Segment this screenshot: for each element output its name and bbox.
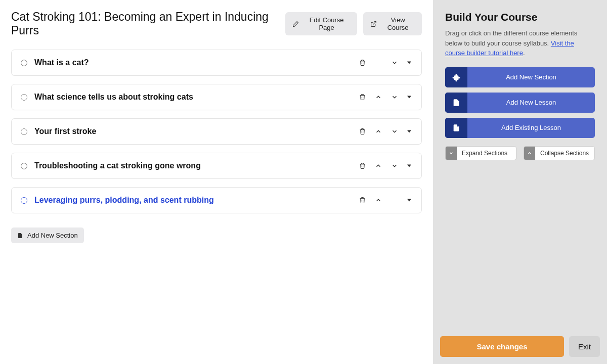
sidebar-footer: Save changes Exit (433, 336, 607, 364)
section-title: What science tells us about stroking cat… (34, 93, 358, 102)
section-title: Your first stroke (34, 127, 358, 136)
view-course-button[interactable]: View Course (363, 12, 422, 35)
section-card[interactable]: What is a cat? (11, 50, 422, 76)
radio-icon[interactable] (21, 163, 27, 169)
chevron-down-icon[interactable] (390, 93, 399, 102)
document-icon (17, 232, 23, 239)
trash-icon[interactable] (358, 127, 367, 136)
chevron-down-icon[interactable] (390, 127, 399, 136)
header: Cat Stroking 101: Becoming an Expert in … (11, 10, 422, 37)
collapse-label: Collapse Sections (535, 147, 594, 160)
trash-icon[interactable] (358, 161, 367, 170)
chevron-up-icon[interactable] (374, 127, 383, 136)
expand-collapse-row: Expand Sections Collapse Sections (445, 146, 595, 160)
chevron-up-icon[interactable] (374, 161, 383, 170)
edit-course-page-button[interactable]: Edit Course Page (285, 12, 357, 35)
add-new-lesson-big-button[interactable]: Add New Lesson (445, 93, 595, 113)
section-card[interactable]: Leveraging purrs, plodding, and scent ru… (11, 187, 422, 213)
section-card[interactable]: Troubleshooting a cat stroking gone wron… (11, 153, 422, 179)
sidebar-title: Build Your Course (445, 11, 595, 23)
section-actions (358, 196, 412, 205)
add-section-label: Add New Section (27, 232, 78, 239)
page-icon (445, 93, 467, 113)
chevron-down-icon (446, 147, 457, 160)
sidebar-content: Build Your Course Drag or click on the d… (433, 0, 607, 336)
caret-down-icon[interactable] (406, 163, 412, 169)
svg-line-0 (373, 21, 376, 24)
sidebar-description: Drag or click on the different course el… (445, 28, 595, 58)
radio-icon[interactable] (21, 128, 27, 135)
caret-down-icon[interactable] (406, 128, 412, 134)
big-button-label: Add New Section (467, 67, 595, 87)
expand-label: Expand Sections (457, 147, 512, 160)
expand-sections-button[interactable]: Expand Sections (445, 146, 516, 160)
puzzle-icon (445, 67, 467, 87)
caret-down-icon[interactable] (406, 197, 412, 203)
caret-down-icon[interactable] (406, 60, 412, 66)
main-column: Cat Stroking 101: Becoming an Expert in … (0, 0, 433, 364)
chevron-up-icon (524, 147, 535, 160)
exit-button[interactable]: Exit (569, 336, 600, 357)
chevron-down-icon[interactable] (390, 58, 399, 67)
edit-button-label: Edit Course Page (303, 16, 350, 31)
radio-icon[interactable] (21, 94, 27, 101)
save-changes-button[interactable]: Save changes (440, 336, 564, 357)
section-actions (358, 58, 412, 67)
section-actions (358, 93, 412, 102)
big-button-label: Add New Lesson (467, 93, 595, 113)
add-new-section-big-button[interactable]: Add New Section (445, 67, 595, 87)
sections-list: What is a cat?What science tells us abou… (11, 50, 422, 213)
section-actions (358, 161, 412, 170)
chevron-up-icon[interactable] (374, 93, 383, 102)
trash-icon[interactable] (358, 58, 367, 67)
chevron-up-icon[interactable] (374, 196, 383, 205)
trash-icon[interactable] (358, 93, 367, 102)
section-card[interactable]: What science tells us about stroking cat… (11, 84, 422, 110)
edit-icon (292, 21, 299, 27)
external-link-icon (370, 21, 377, 27)
section-title: Troubleshooting a cat stroking gone wron… (34, 161, 358, 170)
big-button-label: Add Existing Lesson (467, 118, 595, 138)
collapse-sections-button[interactable]: Collapse Sections (524, 146, 595, 160)
add-new-section-button[interactable]: Add New Section (11, 228, 84, 243)
view-button-label: View Course (381, 16, 415, 31)
sidebar: Build Your Course Drag or click on the d… (433, 0, 607, 364)
page-title: Cat Stroking 101: Becoming an Expert in … (11, 10, 279, 37)
section-title: Leveraging purrs, plodding, and scent ru… (34, 196, 358, 205)
caret-down-icon[interactable] (406, 94, 412, 100)
section-card[interactable]: Your first stroke (11, 118, 422, 145)
trash-icon[interactable] (358, 196, 367, 205)
section-actions (358, 127, 412, 136)
chevron-down-icon[interactable] (390, 161, 399, 170)
radio-icon[interactable] (21, 197, 27, 204)
section-title: What is a cat? (34, 58, 358, 67)
radio-icon[interactable] (21, 60, 27, 66)
add-existing-lesson-big-button[interactable]: Add Existing Lesson (445, 118, 595, 138)
page-fold-icon (445, 118, 467, 138)
